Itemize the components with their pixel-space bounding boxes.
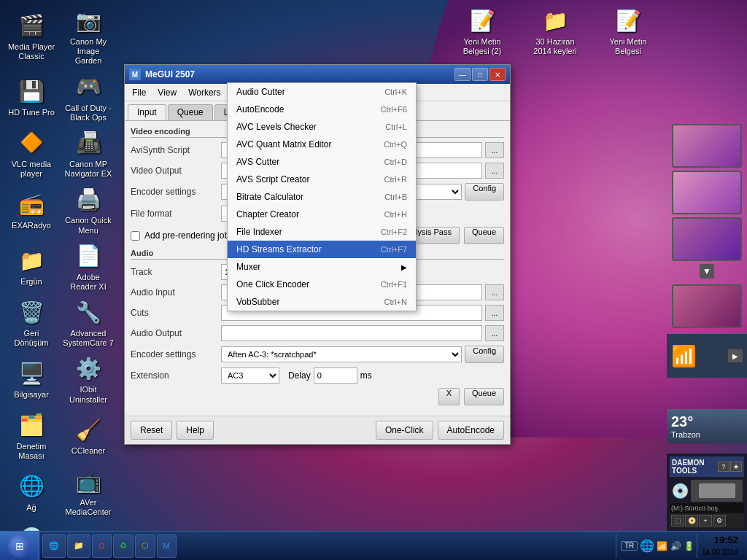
taskbar-green[interactable]: ♻ [113,534,133,558]
menu-workers[interactable]: Workers [182,85,226,101]
audio-encoder-select[interactable]: Aften AC-3: *scratchpad* [221,346,462,362]
video-output-browse-btn[interactable]: ... [485,163,504,179]
menu-avc-quant[interactable]: AVC Quant Matrix Editor Ctrl+Q [228,136,416,153]
panel-thumbnail-1[interactable] [672,124,742,168]
icon-canon-quick[interactable]: 🖨️ Canon Quick Menu [60,182,117,238]
audio-config-btn[interactable]: Config [465,346,504,363]
audio-output-browse-btn[interactable]: ... [485,325,504,341]
taskbar-yellow[interactable]: ⬡ [135,534,155,558]
icon-bilgisayar[interactable]: 🖥️ Bilgisayar [3,351,60,407]
icon-hd-tune[interactable]: 💾 HD Tune Pro [3,69,60,125]
taskbar-apps: 🌐 📁 O ♻ ⬡ M [39,534,616,558]
network-tray-icon: 🌐 [640,539,654,553]
wifi-widget: 📶 ▶ [667,334,747,378]
icon-exaradyo[interactable]: 📻 EXARadyo [3,182,60,238]
menu-autoencode[interactable]: AutoEncode Ctrl+F6 [228,101,416,118]
menu-one-click-encoder[interactable]: One Click Encoder Ctrl+F1 [228,276,416,293]
icon-label: Yeni Metin Belgesi [602,37,654,56]
taskbar-megui[interactable]: M [157,534,177,558]
icon-adobe-reader[interactable]: 📄 Adobe Reader XI [60,238,117,295]
icon-yeni-metin[interactable]: 📝 Yeni Metin Belgesi [599,6,657,56]
close-button[interactable]: ✕ [489,68,506,81]
wifi-controls: ▶ [728,349,743,362]
icon-vlc[interactable]: 🔶 VLC media player [3,125,60,182]
taskbar-opera[interactable]: O [92,534,112,558]
tab-queue[interactable]: Queue [168,104,213,120]
icon-label: 30 Haziran 2014 keyleri [529,37,581,56]
daemon-btn-2[interactable]: 📀 [685,515,698,526]
menu-vobsubber[interactable]: VobSubber Ctrl+N [228,293,416,311]
menu-audio-cutter[interactable]: Audio Cutter Ctrl+K [228,83,416,101]
weather-widget: 23° Trabzon [667,409,747,443]
daemon-settings-btn[interactable]: ★ [730,462,742,472]
daemon-btn-3[interactable]: + [699,515,712,526]
delay-unit: ms [360,370,372,381]
queue-inline-btn[interactable]: Queue [464,227,504,244]
menu-bitrate-calc[interactable]: Bitrate Calculator Ctrl+B [228,188,416,206]
taskbar-explorer[interactable]: 📁 [67,534,90,558]
menu-avs-script[interactable]: AVS Script Creator Ctrl+R [228,171,416,188]
reset-button[interactable]: Reset [131,421,172,440]
audio-output-row: Audio Output ... [131,325,504,341]
menu-file[interactable]: File [126,85,152,101]
extension-select[interactable]: AC3 [221,368,279,384]
avisynth-browse-btn[interactable]: ... [485,142,504,158]
daemon-drive-icon: 💿 [671,482,689,499]
daemon-btn-1[interactable]: ⬚ [671,515,684,526]
window-titlebar: M MeGUI 2507 — □ ✕ [125,65,510,84]
icon-label: Adobe Reader XI [63,273,114,292]
icon-call-of-duty[interactable]: 🎮 Call of Duty - Black Ops [60,69,117,125]
icon-denetim[interactable]: 🗂️ Denetim Masası [3,408,60,464]
icon-iobit[interactable]: ⚙️ IObit Uninstaller [60,351,117,407]
icon-canon-image-garden[interactable]: 📷 Canon My Image Garden [60,3,117,69]
taskbar-ie[interactable]: 🌐 [42,534,66,558]
help-bottom-button[interactable]: Help [177,421,214,440]
panel-thumbnail-3[interactable] [672,217,742,261]
audio-output-label: Audio Output [131,328,218,338]
icon-ag[interactable]: 🌐 Ağ [3,464,60,520]
queue-button[interactable]: Queue [464,388,504,405]
autoencode-button[interactable]: AutoEncode [438,421,504,440]
icon-30-haziran[interactable]: 📁 30 Haziran 2014 keyleri [526,6,584,56]
ccleaner-icon: 🧹 [74,415,103,444]
cuts-browse-btn[interactable]: ... [485,305,504,321]
menu-avs-cutter[interactable]: AVS Cutter Ctrl+D [228,153,416,171]
config-btn[interactable]: Config [465,183,504,201]
minimize-button[interactable]: — [454,68,471,81]
icon-yeni-metin-2[interactable]: 📝 Yeni Metin Belgesi (2) [453,6,511,56]
audio-encoder-row: Encoder settings Aften AC-3: *scratchpad… [131,346,504,363]
wifi-play-btn[interactable]: ▶ [728,349,743,362]
daemon-help-btn[interactable]: ? [718,462,729,472]
opera-icon: O [98,542,105,551]
x-button[interactable]: X [438,388,460,405]
panel-scroll-down[interactable]: ▼ [700,264,714,279]
panel-thumbnail-4[interactable] [672,284,742,328]
icon-label: Call of Duty - Black Ops [63,104,114,122]
audio-input-browse-btn[interactable]: ... [485,284,504,300]
icon-advanced-systemcare[interactable]: 🔧 Advanced SystemCare 7 [60,295,117,351]
one-click-button[interactable]: One-Click [376,421,433,440]
tab-input[interactable]: Input [128,104,166,120]
daemon-btn-4[interactable]: ⚙ [713,515,726,526]
panel-thumbnail-2[interactable] [672,171,742,214]
icon-ergun[interactable]: 📁 Ergün [3,238,60,295]
menu-avc-levels[interactable]: AVC Levels Checker Ctrl+L [228,118,416,136]
icon-ccleaner[interactable]: 🧹 CCleaner [60,408,117,464]
language-indicator[interactable]: TR [621,541,638,551]
menu-file-indexer[interactable]: File Indexer Ctrl+F2 [228,223,416,241]
maximize-button[interactable]: □ [472,68,488,81]
ie-icon: 🌐 [49,541,59,551]
audio-output-input[interactable] [221,325,482,341]
clock-date: 14.09.2014 [702,548,738,558]
prerender-checkbox[interactable] [131,231,140,241]
icon-media-player-classic[interactable]: 🎬 Media Player Classic [3,3,60,69]
menu-hd-streams[interactable]: HD Streams Extractor Ctrl+F7 [228,241,416,258]
menu-chapter-creator[interactable]: Chapter Creator Ctrl+H [228,206,416,223]
delay-input[interactable] [314,368,357,384]
icon-recycle[interactable]: 🗑️ Geri Dönüşüm [3,295,60,351]
icon-canon-navigator[interactable]: 📠 Canon MP Navigator EX [60,125,117,182]
menu-muxer[interactable]: Muxer ▶ [228,258,416,276]
menu-view[interactable]: View [152,85,182,101]
start-button[interactable]: ⊞ [0,532,39,561]
icon-aver[interactable]: 📺 AVer MediaCenter [60,464,117,520]
